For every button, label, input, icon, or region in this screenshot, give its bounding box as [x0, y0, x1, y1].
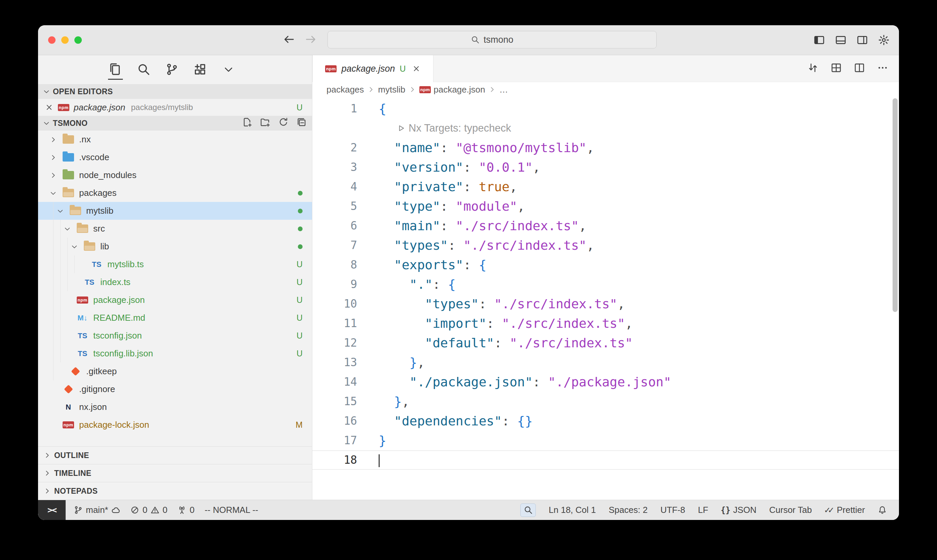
text-cursor	[378, 454, 380, 467]
close-editor-icon[interactable]	[45, 103, 54, 112]
tree-item-tsconfig-lib-json[interactable]: TStsconfig.lib.jsonU	[38, 345, 312, 362]
status-language-mode[interactable]: {}JSON	[721, 505, 756, 515]
status-vim-mode[interactable]: -- NORMAL --	[205, 505, 258, 515]
code-line-4[interactable]: 4 "private": true,	[312, 177, 899, 197]
tree-item-lib[interactable]: lib	[38, 238, 312, 255]
section-outline[interactable]: OUTLINE	[38, 446, 312, 464]
code-line-1[interactable]: 1{	[312, 99, 899, 118]
tree-item-src[interactable]: src	[38, 220, 312, 238]
tree-item-index-ts[interactable]: TSindex.tsU	[38, 273, 312, 291]
breadcrumb-[interactable]: …	[499, 85, 508, 95]
git-changes-dot	[298, 226, 303, 231]
git-status-badge: U	[297, 260, 303, 269]
code-line-8[interactable]: 8 "exports": {	[312, 255, 899, 275]
zoom-window-button[interactable]	[74, 36, 82, 44]
status-ports[interactable]: 0	[177, 505, 194, 515]
toggle-panel-button[interactable]	[835, 34, 846, 46]
layout-bottom-icon	[835, 34, 846, 46]
tree-item-packages[interactable]: packages	[38, 184, 312, 202]
tree-item-gitignore[interactable]: .gitignore	[38, 380, 312, 398]
collapse-folders-button[interactable]	[297, 117, 307, 129]
split-icon	[854, 62, 865, 73]
tree-item-node-modules[interactable]: node_modules	[38, 166, 312, 184]
back-button[interactable]	[283, 33, 295, 47]
code-line-2[interactable]: 2 "name": "@tsmono/mytslib",	[312, 138, 899, 157]
vertical-scrollbar[interactable]	[892, 98, 898, 312]
chevron-down-icon	[49, 189, 57, 197]
status-cursor-tab[interactable]: Cursor Tab	[769, 505, 812, 515]
md-icon: M↓	[77, 314, 87, 322]
toggle-secondary-sidebar-button[interactable]	[857, 34, 868, 46]
tree-item-mytslib[interactable]: mytslib	[38, 202, 312, 220]
toggle-primary-sidebar-button[interactable]	[814, 34, 825, 46]
minimize-window-button[interactable]	[61, 36, 69, 44]
tree-item-nx-json[interactable]: Nnx.json	[38, 398, 312, 416]
tree-item-package-json[interactable]: npmpackage.jsonU	[38, 291, 312, 309]
code-line-3[interactable]: 3 "version": "0.0.1",	[312, 157, 899, 177]
breadcrumb-package-json[interactable]: npmpackage.json	[419, 85, 485, 95]
section-timeline[interactable]: TIMELINE	[38, 464, 312, 482]
breadcrumb-mytslib[interactable]: mytslib	[378, 85, 405, 95]
section-notepads[interactable]: NOTEPADS	[38, 482, 312, 500]
status-eol[interactable]: LF	[698, 505, 708, 515]
command-center-search[interactable]: tsmono	[328, 31, 657, 48]
activity-source-control[interactable]	[165, 60, 179, 80]
tree-chevron	[64, 225, 76, 232]
refresh-explorer-button[interactable]	[278, 117, 288, 129]
activity-explorer[interactable]	[108, 60, 123, 80]
status-zoom[interactable]	[520, 503, 536, 517]
indent-guide	[60, 309, 61, 327]
tree-item-tsconfig-json[interactable]: TStsconfig.jsonU	[38, 327, 312, 345]
code-line-13[interactable]: 13 },	[312, 353, 899, 372]
forward-button[interactable]	[305, 33, 317, 47]
tree-item-readme-md[interactable]: M↓README.mdU	[38, 309, 312, 327]
breadcrumb-packages[interactable]: packages	[326, 85, 364, 95]
new-file-button[interactable]	[242, 117, 252, 129]
status-encoding[interactable]: UTF-8	[660, 505, 685, 515]
split-editor-button[interactable]	[854, 62, 865, 75]
status-remote[interactable]: ><	[38, 500, 66, 520]
code-line-15[interactable]: 15 },	[312, 392, 899, 411]
workspace-header[interactable]: TSMONO	[38, 116, 312, 131]
codelens[interactable]: Nx Targets: typecheck	[312, 118, 899, 138]
code-line-18[interactable]: 18	[312, 450, 899, 470]
indent-guide	[67, 238, 68, 255]
new-folder-button[interactable]	[260, 117, 270, 129]
tree-item-package-lock-json[interactable]: npmpackage-lock.jsonM	[38, 416, 312, 434]
line-number: 1	[312, 99, 363, 118]
code-line-12[interactable]: 12 "default": "./src/index.ts"	[312, 333, 899, 353]
more-actions-button[interactable]	[877, 62, 888, 75]
open-editor-item[interactable]: npm package.json packages/mytslib U	[38, 99, 312, 116]
code-line-6[interactable]: 6 "main": "./src/index.ts",	[312, 216, 899, 235]
open-changes-button[interactable]	[808, 62, 819, 75]
code-editor[interactable]: 1{Nx Targets: typecheck2 "name": "@tsmon…	[312, 97, 899, 500]
activity-additional-views[interactable]	[221, 60, 236, 80]
code-line-9[interactable]: 9 ".": {	[312, 275, 899, 294]
close-tab-icon[interactable]	[412, 64, 421, 73]
status-cursor-position[interactable]: Ln 18, Col 1	[549, 505, 596, 515]
code-line-16[interactable]: 16 "dependencies": {}	[312, 411, 899, 431]
tab-package-json[interactable]: npm package.json U	[312, 55, 434, 82]
toggle-layout-button[interactable]	[831, 62, 842, 75]
code-line-17[interactable]: 17}	[312, 431, 899, 450]
close-window-button[interactable]	[48, 36, 55, 44]
open-editors-header[interactable]: OPEN EDITORS	[38, 84, 312, 99]
tree-item-mytslib-ts[interactable]: TSmytslib.tsU	[38, 255, 312, 273]
code-line-14[interactable]: 14 "./package.json": "./package.json"	[312, 372, 899, 392]
settings-button[interactable]	[878, 34, 889, 46]
tab-git-badge: U	[400, 64, 406, 74]
code-line-7[interactable]: 7 "types": "./src/index.ts",	[312, 235, 899, 255]
activity-extensions[interactable]	[193, 60, 208, 80]
code-line-5[interactable]: 5 "type": "module",	[312, 197, 899, 216]
status-indentation[interactable]: Spaces: 2	[609, 505, 648, 515]
status-branch[interactable]: main*	[74, 505, 120, 515]
status-problems[interactable]: 00	[130, 505, 167, 515]
status-formatter[interactable]: ✓✓Prettier	[825, 505, 865, 515]
tree-item-gitkeep[interactable]: .gitkeep	[38, 362, 312, 380]
tree-item-nx[interactable]: .nx	[38, 131, 312, 148]
tree-item-vscode[interactable]: .vscode	[38, 148, 312, 166]
status-notifications[interactable]	[878, 506, 887, 515]
activity-search[interactable]	[136, 60, 151, 80]
code-line-10[interactable]: 10 "types": "./src/index.ts",	[312, 294, 899, 314]
code-line-11[interactable]: 11 "import": "./src/index.ts",	[312, 314, 899, 333]
